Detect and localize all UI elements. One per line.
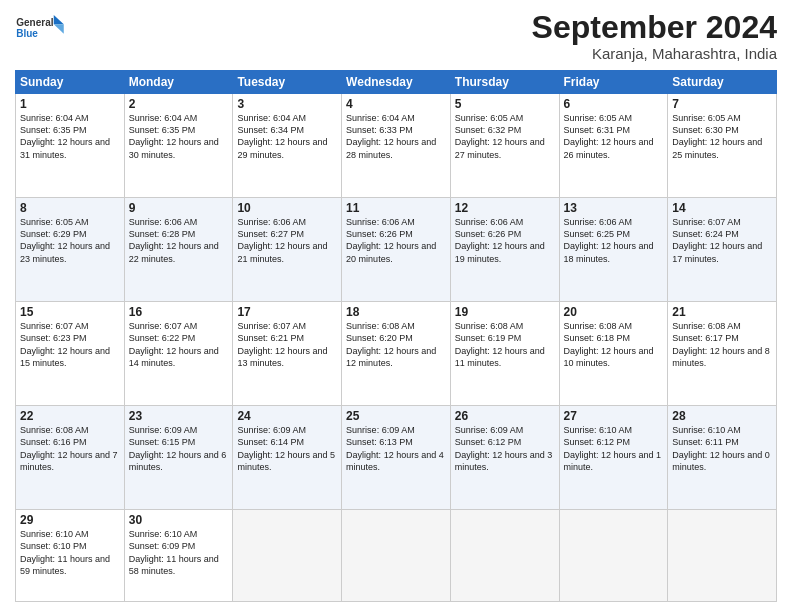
col-saturday: Saturday	[668, 71, 777, 94]
table-row: 6Sunrise: 6:05 AMSunset: 6:31 PMDaylight…	[559, 94, 668, 198]
logo-svg: General Blue	[15, 10, 65, 48]
page: General Blue September 2024 Karanja, Mah…	[0, 0, 792, 612]
table-row: 7Sunrise: 6:05 AMSunset: 6:30 PMDaylight…	[668, 94, 777, 198]
table-row	[342, 510, 451, 602]
table-row: 23Sunrise: 6:09 AMSunset: 6:15 PMDayligh…	[124, 406, 233, 510]
table-row: 26Sunrise: 6:09 AMSunset: 6:12 PMDayligh…	[450, 406, 559, 510]
table-row: 20Sunrise: 6:08 AMSunset: 6:18 PMDayligh…	[559, 302, 668, 406]
svg-text:Blue: Blue	[16, 28, 38, 39]
table-row: 14Sunrise: 6:07 AMSunset: 6:24 PMDayligh…	[668, 198, 777, 302]
col-friday: Friday	[559, 71, 668, 94]
calendar-table: Sunday Monday Tuesday Wednesday Thursday…	[15, 70, 777, 602]
table-row	[233, 510, 342, 602]
calendar-header-row: Sunday Monday Tuesday Wednesday Thursday…	[16, 71, 777, 94]
svg-marker-2	[54, 15, 64, 24]
table-row: 17Sunrise: 6:07 AMSunset: 6:21 PMDayligh…	[233, 302, 342, 406]
table-row: 24Sunrise: 6:09 AMSunset: 6:14 PMDayligh…	[233, 406, 342, 510]
table-row: 4Sunrise: 6:04 AMSunset: 6:33 PMDaylight…	[342, 94, 451, 198]
table-row: 10Sunrise: 6:06 AMSunset: 6:27 PMDayligh…	[233, 198, 342, 302]
table-row: 3Sunrise: 6:04 AMSunset: 6:34 PMDaylight…	[233, 94, 342, 198]
col-monday: Monday	[124, 71, 233, 94]
table-row	[668, 510, 777, 602]
table-row: 11Sunrise: 6:06 AMSunset: 6:26 PMDayligh…	[342, 198, 451, 302]
table-row: 5Sunrise: 6:05 AMSunset: 6:32 PMDaylight…	[450, 94, 559, 198]
table-row: 9Sunrise: 6:06 AMSunset: 6:28 PMDaylight…	[124, 198, 233, 302]
col-sunday: Sunday	[16, 71, 125, 94]
col-thursday: Thursday	[450, 71, 559, 94]
table-row: 18Sunrise: 6:08 AMSunset: 6:20 PMDayligh…	[342, 302, 451, 406]
table-row: 25Sunrise: 6:09 AMSunset: 6:13 PMDayligh…	[342, 406, 451, 510]
table-row: 30Sunrise: 6:10 AMSunset: 6:09 PMDayligh…	[124, 510, 233, 602]
col-tuesday: Tuesday	[233, 71, 342, 94]
table-row: 15Sunrise: 6:07 AMSunset: 6:23 PMDayligh…	[16, 302, 125, 406]
month-title: September 2024	[532, 10, 777, 45]
table-row: 12Sunrise: 6:06 AMSunset: 6:26 PMDayligh…	[450, 198, 559, 302]
table-row: 16Sunrise: 6:07 AMSunset: 6:22 PMDayligh…	[124, 302, 233, 406]
table-row: 8Sunrise: 6:05 AMSunset: 6:29 PMDaylight…	[16, 198, 125, 302]
svg-marker-3	[54, 24, 64, 33]
svg-text:General: General	[16, 17, 53, 28]
header: General Blue September 2024 Karanja, Mah…	[15, 10, 777, 62]
table-row: 2Sunrise: 6:04 AMSunset: 6:35 PMDaylight…	[124, 94, 233, 198]
location-title: Karanja, Maharashtra, India	[532, 45, 777, 62]
col-wednesday: Wednesday	[342, 71, 451, 94]
table-row: 1Sunrise: 6:04 AMSunset: 6:35 PMDaylight…	[16, 94, 125, 198]
table-row	[450, 510, 559, 602]
table-row: 19Sunrise: 6:08 AMSunset: 6:19 PMDayligh…	[450, 302, 559, 406]
table-row: 21Sunrise: 6:08 AMSunset: 6:17 PMDayligh…	[668, 302, 777, 406]
table-row: 29Sunrise: 6:10 AMSunset: 6:10 PMDayligh…	[16, 510, 125, 602]
table-row: 28Sunrise: 6:10 AMSunset: 6:11 PMDayligh…	[668, 406, 777, 510]
table-row: 27Sunrise: 6:10 AMSunset: 6:12 PMDayligh…	[559, 406, 668, 510]
title-block: September 2024 Karanja, Maharashtra, Ind…	[532, 10, 777, 62]
table-row	[559, 510, 668, 602]
table-row: 22Sunrise: 6:08 AMSunset: 6:16 PMDayligh…	[16, 406, 125, 510]
table-row: 13Sunrise: 6:06 AMSunset: 6:25 PMDayligh…	[559, 198, 668, 302]
logo: General Blue	[15, 10, 65, 48]
